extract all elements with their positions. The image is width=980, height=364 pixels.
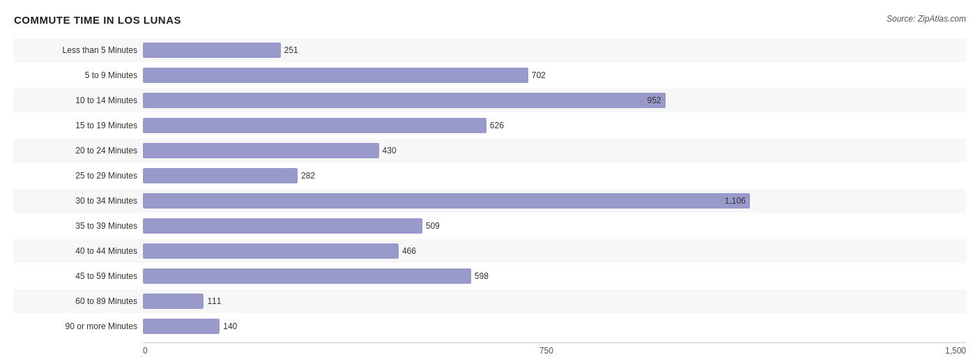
- bar-row: 30 to 34 Minutes1,106: [14, 189, 966, 213]
- bar-container: 598: [143, 268, 966, 284]
- bar-label: 15 to 19 Minutes: [14, 121, 143, 130]
- bar-row: 25 to 29 Minutes282: [14, 164, 966, 188]
- bar-value: 251: [284, 45, 298, 55]
- bar-value: 952: [648, 96, 661, 105]
- bar-label: 45 to 59 Minutes: [14, 271, 143, 281]
- bar-container: 111: [143, 294, 966, 309]
- x-axis: 07501,500: [14, 342, 966, 356]
- bar-value: 509: [426, 221, 440, 231]
- bar-value: 111: [207, 296, 221, 306]
- bar-fill: 598: [143, 268, 471, 284]
- bar-value: 430: [383, 146, 397, 156]
- bar-fill: 626: [143, 118, 487, 133]
- bar-fill: 509: [143, 218, 422, 234]
- bar-fill: 466: [143, 243, 399, 259]
- bar-value: 466: [402, 246, 416, 256]
- bar-container: 626: [143, 118, 966, 133]
- bar-label: Less than 5 Minutes: [14, 45, 143, 55]
- bars-wrapper: Less than 5 Minutes2515 to 9 Minutes7021…: [14, 38, 966, 338]
- bar-row: 15 to 19 Minutes626: [14, 114, 966, 137]
- chart-title: COMMUTE TIME IN LOS LUNAS: [14, 14, 181, 26]
- bar-fill: 251: [143, 43, 281, 58]
- bar-container: 251: [143, 43, 966, 58]
- bar-row: 60 to 89 Minutes111: [14, 289, 966, 313]
- bar-label: 10 to 14 Minutes: [14, 96, 143, 105]
- bar-row: 45 to 59 Minutes598: [14, 264, 966, 288]
- bar-label: 20 to 24 Minutes: [14, 146, 143, 156]
- chart-area: Less than 5 Minutes2515 to 9 Minutes7021…: [14, 38, 966, 356]
- x-tick: 750: [539, 346, 553, 356]
- x-tick: 0: [143, 346, 148, 356]
- bar-fill: 1,106: [143, 193, 750, 208]
- bar-row: Less than 5 Minutes251: [14, 38, 966, 62]
- bar-value: 282: [301, 171, 315, 181]
- bar-row: 20 to 24 Minutes430: [14, 139, 966, 162]
- bar-fill: 282: [143, 168, 298, 183]
- bar-container: 509: [143, 218, 966, 234]
- bar-fill: 952: [143, 93, 666, 108]
- bar-label: 5 to 9 Minutes: [14, 70, 143, 80]
- bar-value: 598: [475, 271, 489, 281]
- bar-label: 60 to 89 Minutes: [14, 296, 143, 306]
- bar-container: 952: [143, 93, 966, 108]
- bar-value: 140: [223, 321, 237, 331]
- x-axis-inner: 07501,500: [143, 342, 966, 356]
- x-tick: 1,500: [945, 346, 966, 356]
- chart-header: COMMUTE TIME IN LOS LUNAS Source: ZipAtl…: [14, 14, 966, 26]
- bar-row: 5 to 9 Minutes702: [14, 63, 966, 87]
- bar-container: 1,106: [143, 193, 966, 208]
- bar-label: 40 to 44 Minutes: [14, 246, 143, 256]
- bar-value: 626: [490, 121, 504, 130]
- bar-label: 30 to 34 Minutes: [14, 196, 143, 206]
- bar-label: 35 to 39 Minutes: [14, 221, 143, 231]
- bar-value: 702: [532, 70, 546, 80]
- bar-container: 430: [143, 143, 966, 158]
- chart-source: Source: ZipAtlas.com: [887, 14, 966, 24]
- bar-container: 702: [143, 68, 966, 83]
- bar-fill: 702: [143, 68, 528, 83]
- bar-container: 466: [143, 243, 966, 259]
- bar-fill: 140: [143, 319, 220, 334]
- bar-value: 1,106: [725, 196, 746, 206]
- bar-row: 40 to 44 Minutes466: [14, 239, 966, 263]
- bar-row: 35 to 39 Minutes509: [14, 214, 966, 238]
- bar-row: 10 to 14 Minutes952: [14, 89, 966, 112]
- bar-fill: 111: [143, 294, 204, 309]
- bar-row: 90 or more Minutes140: [14, 314, 966, 338]
- bar-container: 140: [143, 319, 966, 334]
- bar-fill: 430: [143, 143, 379, 158]
- bar-label: 25 to 29 Minutes: [14, 171, 143, 181]
- bar-label: 90 or more Minutes: [14, 321, 143, 331]
- bar-container: 282: [143, 168, 966, 183]
